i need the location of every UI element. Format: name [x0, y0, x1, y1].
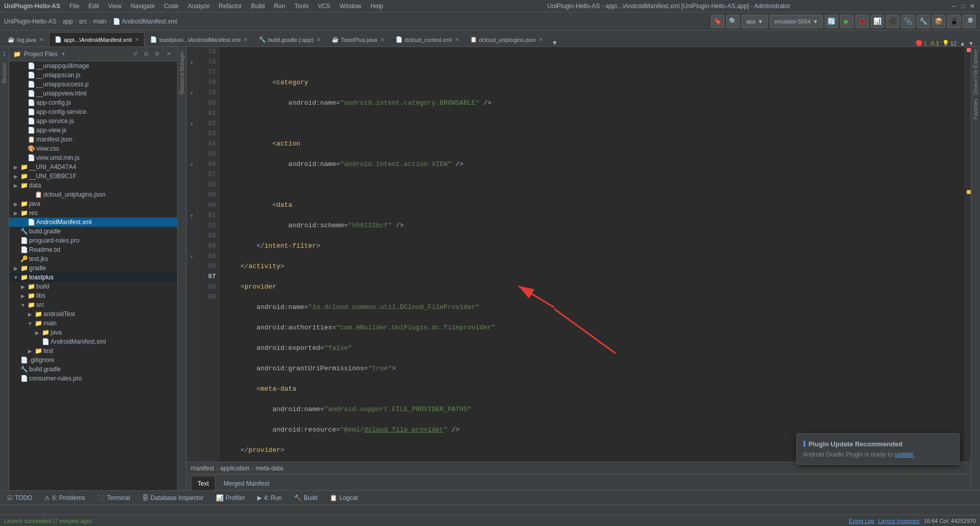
sdk-manager-button[interactable]: 📦 [932, 15, 945, 28]
tree-item-app-config[interactable]: 📄 app-config.js [9, 98, 177, 107]
tab-close-icon[interactable]: ✕ [243, 37, 248, 42]
avd-button[interactable]: 📱 [947, 15, 961, 28]
code-editor[interactable]: <category android:name="android.intent.c… [219, 47, 965, 462]
structure-strip-icon[interactable]: Structure [1, 61, 8, 86]
fold-75[interactable]: ▼ [187, 57, 197, 67]
tab-log-java[interactable]: ☕ log.java ✕ [2, 32, 49, 46]
tab-build[interactable]: 🔨 Build [289, 491, 323, 505]
menu-vcs[interactable]: VCS [314, 2, 335, 11]
favorites-label[interactable]: Favorites [973, 99, 978, 119]
tab-logcat[interactable]: 📋 Logcat [325, 491, 363, 505]
menu-code[interactable]: Code [160, 2, 183, 11]
tree-item-uniappscan[interactable]: 📄 __uniappscan.js [9, 70, 177, 80]
maximize-button[interactable]: □ [960, 3, 967, 10]
stop-button[interactable]: ⬛ [886, 15, 899, 28]
menu-refactor[interactable]: Refactor [215, 2, 246, 11]
tab-todo[interactable]: ☑ TODO [2, 491, 37, 505]
tree-item-dcloud-uniplugins[interactable]: 📋 dcloud_uniplugins.json [9, 190, 177, 199]
search-everywhere-button[interactable]: 🔍 [726, 15, 740, 28]
sync-panel-button[interactable]: ↺ [130, 50, 139, 59]
tree-item-uni-e0b[interactable]: ▶ 📁 __UNI_E0B9C1F [9, 172, 177, 181]
bookmark-button[interactable]: 🔖 [711, 15, 724, 28]
search-button[interactable]: 🔎 [963, 15, 976, 28]
tab-dcloud-control[interactable]: 📄 dcloud_control.xml ✕ [390, 32, 464, 46]
tab-dcloud-uniplugins[interactable]: 📋 dcloud_uniplugins.json ✕ [464, 32, 549, 46]
tab-database-inspector[interactable]: 🗄 Database Inspector [137, 491, 209, 505]
tab-problems[interactable]: ⚠ 6: Problems [39, 491, 90, 505]
tree-item-test-subfolder[interactable]: ▶ 📁 test [9, 346, 177, 355]
tree-item-view-umd[interactable]: 📄 view.umd.min.js [9, 153, 177, 162]
tree-item-build-gradle-root[interactable]: 🔧 build.gradle [9, 365, 177, 374]
device-dropdown[interactable]: emulator-5554 ▼ [770, 15, 823, 28]
fold-91[interactable]: ▼ [187, 210, 197, 221]
collapse-all-button[interactable]: ⊟ [141, 50, 151, 59]
tab-close-icon[interactable]: ✕ [39, 37, 43, 42]
gradle-sync-button[interactable]: 🔧 [917, 15, 930, 28]
tree-item-app-service[interactable]: 📄 app-service.js [9, 116, 177, 126]
tab-terminal[interactable]: ⬛ Terminal [92, 491, 135, 505]
tab-toastplus-manifest[interactable]: 📄 toastplus\...\AndroidManifest.xml ✕ [144, 32, 253, 46]
tree-item-test-jks[interactable]: 🔑 test.jks [9, 254, 177, 264]
tree-item-uni-a4d[interactable]: ▶ 📁 __UNI_A4D47A4 [9, 162, 177, 172]
settings-panel-button[interactable]: ⚙ [153, 50, 162, 59]
sync-button[interactable]: 🔄 [825, 15, 838, 28]
fold-95[interactable]: ▼ [187, 251, 197, 261]
menu-run[interactable]: Run [270, 2, 289, 11]
menu-window[interactable]: Window [335, 2, 365, 11]
minimize-button[interactable]: ─ [950, 3, 958, 10]
tree-item-gitignore[interactable]: 📄 .gitignore [9, 355, 177, 365]
tree-item-app-config-service[interactable]: 📄 app-config-service. [9, 107, 177, 116]
tree-item-proguard[interactable]: 📄 proguard-rules.pro [9, 236, 177, 245]
tab-text[interactable]: Text [191, 476, 215, 490]
tree-item-consumer-rules[interactable]: 📄 consumer-rules.pro [9, 374, 177, 383]
tree-item-java-folder[interactable]: ▶ 📁 java [9, 199, 177, 208]
close-panel-button[interactable]: ✕ [164, 50, 173, 59]
tree-item-libs-subfolder[interactable]: ▶ 📁 libs [9, 291, 177, 300]
tree-item-src-subfolder[interactable]: ▼ 📁 src [9, 300, 177, 309]
tree-item-toastplus-folder[interactable]: ▼ 📁 toastplus [9, 273, 177, 282]
attach-button[interactable]: 📎 [901, 15, 915, 28]
tab-close-icon[interactable]: ✕ [455, 37, 459, 42]
notification-link[interactable]: update. [894, 451, 915, 458]
tab-profiler[interactable]: 📊 Profiler [211, 491, 250, 505]
menu-view[interactable]: View [104, 2, 126, 11]
fold-86[interactable]: ▼ [187, 159, 197, 170]
tree-item-app-view[interactable]: 📄 app-view.js [9, 126, 177, 135]
close-button[interactable]: ✕ [969, 3, 976, 10]
tab-merged-manifest[interactable]: Merged Manifest [217, 477, 275, 490]
menu-analyze[interactable]: Analyze [184, 2, 214, 11]
tab-build-gradle[interactable]: 🔧 build.gradle (:app) ✕ [253, 32, 326, 46]
tree-item-androidmanifest-active[interactable]: 📄 AndroidManifest.xml [9, 218, 177, 227]
debug-button[interactable]: 🐞 [855, 15, 869, 28]
tree-item-uniappsuccess[interactable]: 📄 __uniappsuccess.p [9, 80, 177, 89]
menu-file[interactable]: File [65, 2, 83, 11]
tree-item-uniappquillimage[interactable]: 📄 __uniappquillimage [9, 61, 177, 70]
project-strip-icon[interactable]: 1 [2, 49, 7, 59]
tree-item-data-folder[interactable]: ▶ 📁 data [9, 181, 177, 190]
tab-androidmanifest[interactable]: 📄 app\...\AndroidManifest.xml ✕ [49, 32, 144, 46]
tabs-overflow-button[interactable]: ▼ [549, 39, 561, 46]
tree-item-manifest-json[interactable]: 📋 manifest.json [9, 135, 177, 144]
tree-item-view-css[interactable]: 🎨 view.css [9, 144, 177, 153]
device-file-explorer-label[interactable]: Device File Explorer [973, 49, 978, 94]
tree-item-androidtest[interactable]: ▶ 📁 androidTest [9, 309, 177, 319]
expand-icon[interactable]: ▲ [960, 40, 965, 46]
profile-button[interactable]: 📊 [871, 15, 884, 28]
menu-help[interactable]: Help [366, 2, 387, 11]
menu-tools[interactable]: Tools [290, 2, 313, 11]
tree-item-java-main[interactable]: ▶ 📁 java [9, 328, 177, 337]
menu-navigate[interactable]: Navigate [127, 2, 159, 11]
tree-item-androidmanifest-toastplus[interactable]: 📄 AndroidManifest.xml [9, 337, 177, 346]
tree-item-readme[interactable]: 📄 Readme.txt [9, 245, 177, 254]
tab-close-icon[interactable]: ✕ [316, 37, 321, 42]
tree-item-build-subfolder[interactable]: ▶ 📁 build [9, 282, 177, 291]
menu-edit[interactable]: Edit [84, 2, 103, 11]
tab-close-icon[interactable]: ✕ [539, 37, 543, 42]
menu-build[interactable]: Build [247, 2, 269, 11]
event-log-link[interactable]: Event Log [849, 518, 874, 524]
collapse-icon[interactable]: ▼ [968, 40, 974, 46]
tree-item-build-gradle[interactable]: 🔧 build.gradle [9, 227, 177, 236]
tree-item-main-subfolder[interactable]: ▼ 📁 main [9, 319, 177, 328]
tab-toastplus-java[interactable]: ☕ ToastPlus.java ✕ [326, 32, 390, 46]
tree-item-uniappview[interactable]: 📄 __uniappview.html [9, 89, 177, 98]
